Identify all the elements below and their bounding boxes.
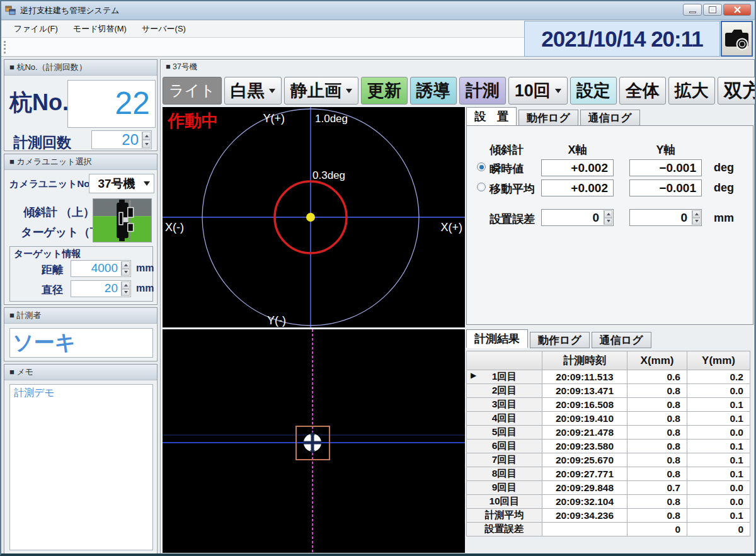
measure-count-field[interactable]: 20	[91, 130, 152, 149]
setting-button[interactable]: 設定	[570, 77, 617, 105]
table-row[interactable]: 5回目20:09:21.4780.80.0	[467, 426, 750, 440]
chevron-down-icon	[144, 181, 150, 186]
col-y: Y(mm)	[687, 351, 750, 370]
cell-time	[542, 523, 627, 536]
results-table-header-row: 計測時刻 X(mm) Y(mm)	[467, 351, 750, 370]
settings-panel: 設 置 動作ログ 通信ログ 傾斜計 X軸 Y軸 瞬時値 +0.002 −0.00…	[466, 107, 753, 327]
table-row[interactable]: 設置誤差00	[467, 523, 750, 536]
tab-installation[interactable]: 設 置	[466, 107, 517, 126]
cell-time: 20:09:19.410	[542, 412, 627, 426]
tab-operation-log[interactable]: 動作ログ	[518, 110, 578, 126]
camera-main-header: ■ 37号機	[161, 60, 754, 74]
row-label: 8回目	[492, 468, 517, 479]
memo-section: ■ メモ 計測デモ	[4, 364, 158, 554]
distance-spinner[interactable]	[121, 261, 130, 276]
tab-results-comm-log[interactable]: 通信ログ	[592, 332, 651, 348]
pile-no-field[interactable]: 22	[67, 80, 156, 128]
table-row[interactable]: 2回目20:09:13.4710.80.0	[467, 384, 750, 398]
window-title: 逆打支柱建ち管理システム	[20, 5, 120, 16]
cell-x: 0.8	[627, 412, 687, 426]
cell-x: 0.8	[627, 509, 687, 523]
close-icon	[734, 6, 741, 13]
table-row[interactable]: 6回目20:09:23.5800.80.1	[467, 440, 750, 453]
moving-avg-y-field[interactable]: −0.001	[629, 179, 702, 196]
menu-server[interactable]: サーバー(S)	[134, 21, 193, 37]
light-button[interactable]: ライト	[163, 77, 222, 105]
camera-icon	[724, 28, 750, 50]
cell-time: 20:09:29.848	[542, 481, 627, 495]
target-info-title: ターゲット情報	[14, 248, 81, 260]
table-row[interactable]: 10回目20:09:32.1040.80.0	[467, 495, 750, 509]
title-bar: 逆打支柱建ち管理システム	[1, 1, 755, 20]
pile-section: ■ 杭No.（計測回数） 杭No. 22 計測回数 20	[4, 59, 158, 151]
datetime-display: 2021/10/14 20:11	[524, 21, 720, 57]
diameter-spinner[interactable]	[121, 281, 130, 296]
table-row[interactable]: 7回目20:09:25.6700.80.1	[467, 453, 750, 467]
install-error-y-spinner[interactable]	[692, 210, 701, 225]
measure-button[interactable]: 計測	[459, 77, 506, 105]
tab-results-operation-log[interactable]: 動作ログ	[530, 332, 590, 348]
menu-mode-switch[interactable]: モード切替(M)	[66, 21, 134, 37]
cell-x: 0.8	[627, 467, 687, 481]
tab-results[interactable]: 計測結果	[466, 329, 528, 348]
still-image-dropdown-button[interactable]: 静止画	[284, 77, 358, 105]
bidirectional-dropdown-button[interactable]: 双方向	[718, 77, 756, 105]
maximize-button[interactable]	[703, 4, 722, 16]
measure-count-spinner[interactable]	[142, 132, 151, 148]
row-label: 設置誤差	[485, 523, 524, 534]
cell-time: 20:09:27.771	[542, 467, 627, 481]
diameter-field[interactable]: 20	[71, 280, 131, 297]
camera-view-canvas	[163, 329, 465, 553]
close-button[interactable]	[723, 4, 751, 16]
cell-y: 0.0	[687, 495, 750, 509]
distance-field[interactable]: 4000	[71, 260, 131, 277]
table-row[interactable]: 8回目20:09:27.7710.80.1	[467, 467, 750, 481]
row-label: 6回目	[492, 440, 517, 451]
cell-y: 0.2	[687, 370, 750, 384]
camera-unit-header: ■ カメラユニット選択	[4, 154, 157, 170]
measure-count-label: 計測回数	[13, 133, 71, 152]
camera-unit-value: 37号機	[89, 176, 144, 192]
minimize-button[interactable]	[683, 4, 702, 16]
whole-view-button[interactable]: 全体	[619, 77, 666, 105]
measure-count-value: 20	[122, 131, 139, 148]
tab-comm-log[interactable]: 通信ログ	[580, 110, 640, 126]
cell-y: 0.0	[687, 426, 750, 440]
install-error-x-field[interactable]: 0	[541, 209, 614, 226]
col-time: 計測時刻	[542, 351, 627, 370]
row-label: 10回目	[489, 496, 519, 506]
mono-dropdown-button[interactable]: 白黒	[224, 77, 282, 105]
cell-y: 0.0	[687, 481, 750, 495]
instant-y-field[interactable]: −0.001	[629, 159, 702, 176]
install-error-y-field[interactable]: 0	[629, 209, 702, 226]
diameter-unit: mm	[136, 283, 154, 294]
install-error-x-spinner[interactable]	[604, 210, 612, 225]
instant-x-field[interactable]: +0.002	[541, 159, 614, 176]
table-row[interactable]: 4回目20:09:19.4100.80.1	[467, 412, 750, 426]
table-row[interactable]: 9回目20:09:29.8480.70.0	[467, 481, 750, 495]
moving-avg-radio[interactable]	[477, 183, 486, 191]
moving-avg-x-field[interactable]: +0.002	[541, 179, 614, 196]
memo-field[interactable]: 計測デモ	[9, 384, 153, 550]
camera-unit-no-label: カメラユニットNo.	[9, 178, 93, 190]
cell-y: 0.1	[687, 412, 750, 426]
distance-value: 4000	[91, 261, 118, 275]
col-x: X(mm)	[627, 351, 687, 370]
minimize-icon	[689, 11, 696, 13]
cell-time: 20:09:11.513	[542, 370, 627, 384]
guide-button[interactable]: 誘導	[410, 77, 457, 105]
zoom-button[interactable]: 拡大	[668, 77, 715, 105]
row-label: 4回目	[492, 412, 517, 423]
instant-radio[interactable]	[477, 162, 486, 171]
table-row[interactable]: 計測平均20:09:34.2360.80.1	[467, 509, 750, 523]
camera-unit-dropdown[interactable]: 37号機	[89, 174, 154, 193]
camera-capture-button[interactable]	[721, 21, 753, 57]
table-row[interactable]: 3回目20:09:16.5080.80.1	[467, 398, 750, 412]
count-dropdown-button[interactable]: 10回	[508, 77, 568, 105]
operator-field[interactable]: ソーキ	[9, 328, 153, 358]
cell-x: 0.8	[627, 440, 687, 453]
update-button[interactable]: 更新	[361, 77, 408, 105]
table-row[interactable]: ▶1回目20:09:11.5130.60.2	[467, 370, 750, 384]
menu-file[interactable]: ファイル(F)	[6, 21, 66, 37]
results-panel: 計測結果 動作ログ 通信ログ 計測時刻 X(mm) Y(mm) ▶1回目20:0…	[466, 329, 753, 553]
